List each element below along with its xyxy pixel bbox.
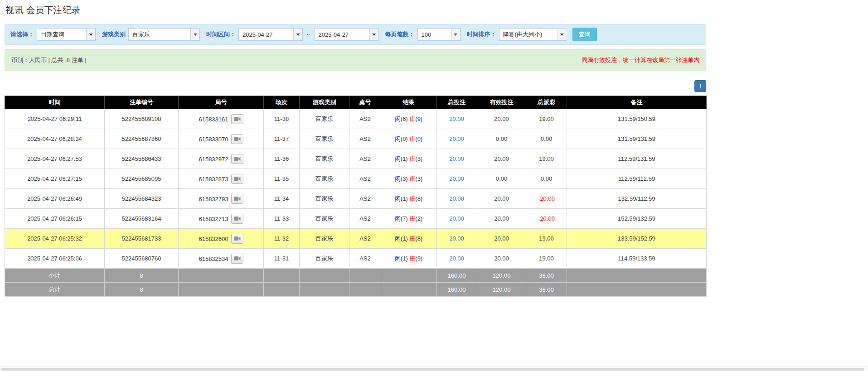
date-from-combobox[interactable] <box>238 28 303 41</box>
date-to-input[interactable] <box>315 29 369 40</box>
triangle-glyph <box>194 34 197 36</box>
video-replay-button[interactable] <box>231 194 243 204</box>
dropdown-arrow-icon[interactable] <box>369 29 378 40</box>
video-replay-button[interactable] <box>231 154 243 164</box>
cell-table-no: AS2 <box>349 149 381 169</box>
search-button[interactable]: 查询 <box>572 28 597 41</box>
page-title: 视讯 会员下注纪录 <box>5 4 706 16</box>
cell-session: 11-35 <box>264 169 300 189</box>
cell-total-bet: 20.00 <box>436 109 477 129</box>
round-id-text: 615832793 <box>199 195 228 202</box>
horizontal-scrollbar-thumb[interactable] <box>1 368 864 371</box>
table-row[interactable]: 2025-04-27 06:26:49 522455684323 6158327… <box>5 189 707 209</box>
table-row[interactable]: 2025-04-27 06:28:34 522455687860 6158330… <box>5 129 707 149</box>
column-header: 总投注 <box>436 96 477 109</box>
table-row[interactable]: 2025-04-27 06:27:15 522455685095 6158328… <box>5 169 707 189</box>
query-type-combobox[interactable] <box>37 28 96 41</box>
cell-bet-id: 522455687860 <box>105 129 179 149</box>
cell-remark: 133.59/152.59 <box>567 229 707 249</box>
dropdown-arrow-icon[interactable] <box>86 29 95 40</box>
video-replay-button[interactable] <box>231 254 243 264</box>
cell-remark: 132.59/112.59 <box>567 189 707 209</box>
video-camera-icon <box>234 196 241 201</box>
cell-payout: -20.00 <box>526 189 567 209</box>
cell-time: 2025-04-27 06:26:15 <box>5 209 105 229</box>
cell-payout: 0.00 <box>526 129 567 149</box>
summary-bar: 币别：人民币 | 总共 :8 注单 | 同局有效投注，统一计算在该局第一张注单内 <box>5 49 706 71</box>
cell-table-no: AS2 <box>349 169 381 189</box>
total-bet-link[interactable]: 20.00 <box>449 155 464 162</box>
query-type-input[interactable] <box>37 29 86 40</box>
time-sort-combobox[interactable] <box>499 28 567 41</box>
time-sort-input[interactable] <box>499 29 558 40</box>
result-player-label: 闲 <box>395 135 401 142</box>
horizontal-scrollbar-track[interactable] <box>0 366 868 371</box>
cell-result: 闲(1) 庄(8) <box>381 229 436 249</box>
game-type-combobox[interactable] <box>128 28 200 41</box>
cell-game-type: 百家乐 <box>300 169 349 189</box>
video-replay-button[interactable] <box>231 114 243 124</box>
result-banker-score: (3) <box>415 175 422 182</box>
result-player-label: 闲 <box>395 215 401 222</box>
date-to-combobox[interactable] <box>315 28 379 41</box>
result-banker-label: 庄 <box>409 135 415 142</box>
cell-bet-id: 522455686433 <box>105 149 179 169</box>
cell-total-bet: 20.00 <box>436 129 477 149</box>
total-bet-link[interactable]: 20.00 <box>449 116 464 122</box>
column-header: 游戏类别 <box>300 96 349 109</box>
video-replay-button[interactable] <box>231 174 243 184</box>
dropdown-arrow-icon[interactable] <box>558 29 567 40</box>
table-footer: 小计 8 160.00 120.00 36.00 总计 8 160.00 120… <box>5 269 707 297</box>
dropdown-arrow-icon[interactable] <box>293 29 302 40</box>
footer-payout: 36.00 <box>526 283 567 297</box>
date-from-input[interactable] <box>239 29 293 40</box>
footer-count: 8 <box>105 283 179 297</box>
total-bet-link[interactable]: 20.00 <box>449 255 464 262</box>
cell-bet-id: 522455689108 <box>105 109 179 129</box>
result-player-score: (1) <box>401 255 408 262</box>
total-bet-link[interactable]: 20.00 <box>449 215 464 222</box>
footer-empty-table <box>349 283 381 297</box>
cell-round-id: 615832713 <box>179 209 264 229</box>
footer-empty-table <box>349 269 381 283</box>
footer-empty-remark <box>567 269 707 283</box>
cell-round-id: 615833070 <box>179 129 264 149</box>
video-replay-button[interactable] <box>231 214 243 224</box>
dropdown-arrow-icon[interactable] <box>451 29 460 40</box>
cell-valid-bet: 20.00 <box>477 109 526 129</box>
table-row[interactable]: 2025-04-27 06:27:53 522455686433 6158329… <box>5 149 707 169</box>
triangle-glyph <box>560 34 564 36</box>
cell-game-type: 百家乐 <box>300 249 349 269</box>
footer-payout: 36.00 <box>526 269 567 283</box>
page-number-button[interactable]: 1 <box>694 80 706 92</box>
total-bet-link[interactable]: 20.00 <box>449 235 464 242</box>
cell-session: 11-36 <box>264 149 300 169</box>
round-id-text: 615832713 <box>199 215 228 222</box>
page-size-input[interactable] <box>418 29 451 40</box>
table-row[interactable]: 2025-04-27 06:25:06 522455680760 6158325… <box>5 249 707 269</box>
video-camera-icon <box>234 156 241 161</box>
cell-payout: 19.00 <box>526 249 567 269</box>
cell-bet-id: 522455683164 <box>105 209 179 229</box>
video-replay-button[interactable] <box>231 134 243 144</box>
video-replay-button[interactable] <box>231 234 243 244</box>
total-bet-link[interactable]: 20.00 <box>449 175 464 182</box>
table-row[interactable]: 2025-04-27 06:29:11 522455689108 6158331… <box>5 109 707 129</box>
total-bet-link[interactable]: 20.00 <box>449 135 464 142</box>
cell-result: 闲(1) 庄(3) <box>381 149 436 169</box>
page-size-combobox[interactable] <box>417 28 461 41</box>
cell-game-type: 百家乐 <box>300 189 349 209</box>
game-type-input[interactable] <box>129 29 190 40</box>
cell-result: 闲(1) 庄(8) <box>381 189 436 209</box>
table-row[interactable]: 2025-04-27 06:25:32 522455681733 6158326… <box>5 229 707 249</box>
dropdown-arrow-icon[interactable] <box>190 29 199 40</box>
triangle-glyph <box>372 34 376 36</box>
footer-empty-session <box>264 269 300 283</box>
result-player-label: 闲 <box>395 155 401 162</box>
cell-time: 2025-04-27 06:25:06 <box>5 249 105 269</box>
total-bet-link[interactable]: 20.00 <box>449 195 464 202</box>
result-player-score: (7) <box>401 215 408 222</box>
table-row[interactable]: 2025-04-27 06:26:15 522455683164 6158327… <box>5 209 707 229</box>
cell-bet-id: 522455684323 <box>105 189 179 209</box>
cell-bet-id: 522455685095 <box>105 169 179 189</box>
